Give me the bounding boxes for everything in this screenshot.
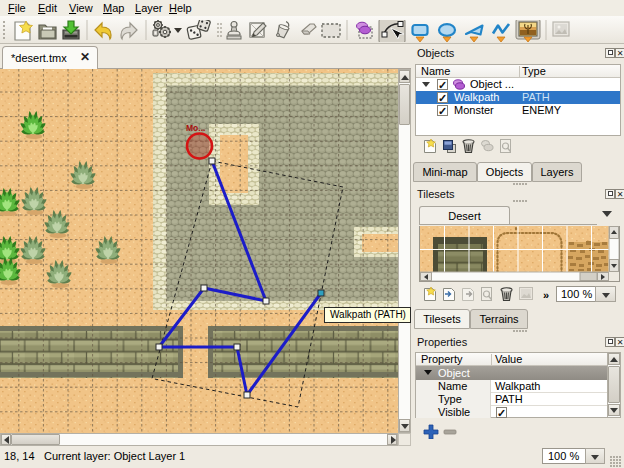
svg-text:Mo...: Mo...: [186, 123, 205, 133]
